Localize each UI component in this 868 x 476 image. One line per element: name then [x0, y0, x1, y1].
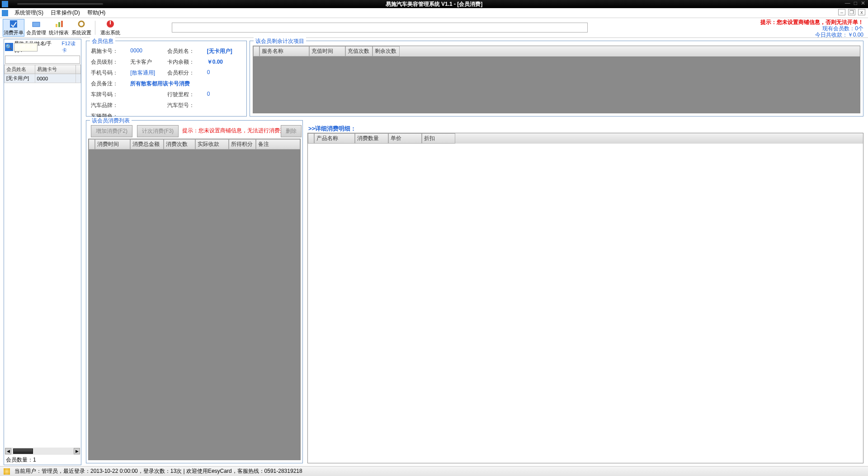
svg-point-5	[79, 21, 84, 27]
col-member-name[interactable]: 会员姓名	[5, 65, 35, 74]
val-points: 0	[207, 69, 242, 77]
val-mileage: 0	[207, 91, 242, 98]
tool-member-button[interactable]: 会员管理	[25, 19, 47, 37]
remain-table[interactable]: 服务名称 充值时间 充值次数 剩余次数	[253, 46, 860, 113]
detail-area: >>详细消费明细： 产品名称 消费数量 单价 折扣	[307, 120, 863, 463]
mdi-minimize-icon[interactable]: –	[838, 9, 845, 15]
col-actual[interactable]: 实际收款	[195, 139, 229, 149]
lab-phone: 手机号码：	[91, 69, 127, 77]
val-color	[130, 112, 165, 120]
remain-title: 该会员剩余计次项目	[254, 37, 306, 45]
table-row[interactable]: [无卡用户] 0000	[5, 74, 81, 83]
toolbar: 消费开单 会员管理 统计报表 系统设置 退出系统 提示：您未设置商铺信息，否则无…	[0, 18, 868, 38]
lab-remark: 会员备注：	[91, 80, 127, 88]
val-balance: ￥0.00	[207, 58, 242, 66]
svg-rect-2	[56, 24, 57, 27]
tool-report-label: 统计报表	[49, 29, 69, 36]
readcard-link[interactable]: F12读卡	[62, 40, 80, 54]
val-cardno: 0000	[130, 47, 165, 55]
val-name: [无卡用户]	[207, 47, 242, 55]
delete-button[interactable]: 删除	[281, 125, 302, 137]
tool-member-label: 会员管理	[26, 29, 46, 36]
val-model	[207, 102, 242, 109]
cell-card-no: 0000	[35, 74, 75, 83]
statusbar: 当前用户：管理员，最近登录：2013-10-22 0:00:00，登录次数：13…	[0, 466, 868, 476]
minimize-icon[interactable]: —	[845, 0, 850, 6]
col-recharge-count[interactable]: 充值次数	[345, 46, 373, 56]
titlebar: 易施汽车美容管理系统 V1.1 - [会员消费] — □ ✕	[0, 0, 868, 8]
col-card-no[interactable]: 易施卡号	[35, 65, 75, 74]
consume-list-title: 该会员消费列表	[90, 117, 132, 125]
detail-table[interactable]: 产品名称 消费数量 单价 折扣	[307, 133, 863, 463]
scroll-thumb[interactable]	[13, 448, 33, 454]
left-panel: 🔍 消费开单 易施卡号/姓名/手机： F12读卡 会员姓名 易施卡号 [无卡用户…	[4, 39, 81, 465]
menu-system[interactable]: 系统管理(S)	[11, 8, 47, 18]
col-discount[interactable]: 折扣	[422, 133, 455, 144]
val-brand	[130, 102, 165, 109]
tool-exit-button[interactable]: 退出系统	[99, 19, 121, 37]
menu-daily[interactable]: 日常操作(D)	[47, 8, 84, 18]
add-consume-button[interactable]: 增加消费(F2)	[91, 125, 132, 137]
tool-settings-button[interactable]: 系统设置	[71, 19, 92, 37]
toolbar-member-count: 现有会员数：0个	[760, 25, 863, 32]
member-info-group: 会员信息 易施卡号：0000 会员姓名：[无卡用户] 会员级别：无卡客户 卡内余…	[86, 41, 247, 117]
tool-exit-label: 退出系统	[100, 29, 120, 36]
col-extra[interactable]	[75, 65, 80, 74]
toolbar-separator	[95, 21, 98, 35]
lab-points: 会员积分：	[167, 69, 204, 77]
consume-list-group: 该会员消费列表 增加消费(F2) 计次消费(F3) 提示：您未设置商铺信息，无法…	[86, 120, 303, 463]
scroll-right-icon[interactable]: ▶	[74, 448, 80, 454]
exit-icon	[106, 19, 115, 28]
col-points[interactable]: 所得积分	[229, 139, 256, 149]
settings-icon	[77, 19, 86, 28]
mdi-close-icon[interactable]: x	[858, 9, 865, 15]
user-icon	[4, 468, 10, 475]
val-plate	[130, 91, 165, 98]
menu-help[interactable]: 帮助(H)	[84, 8, 109, 18]
menubar: 系统管理(S) 日常操作(D) 帮助(H) – ❐ x	[0, 8, 868, 18]
app-icon	[2, 1, 8, 7]
col-total[interactable]: 消费总金额	[130, 139, 164, 149]
mdi-icon	[2, 10, 8, 16]
hscrollbar[interactable]: ◀ ▶	[5, 448, 80, 455]
col-service[interactable]: 服务名称	[259, 46, 309, 56]
toolbar-search-input[interactable]	[172, 23, 588, 33]
close-icon[interactable]: ✕	[861, 0, 865, 6]
consume-table[interactable]: 消费时间 消费总金额 消费次数 实际收款 所得积分 备注	[88, 139, 301, 460]
lab-balance: 卡内余额：	[167, 58, 204, 66]
lab-brand: 汽车品牌：	[91, 102, 127, 109]
toolbar-today-total: 今日共收款：￥0.00	[760, 32, 863, 38]
col-recharge-time[interactable]: 充值时间	[309, 46, 345, 56]
tool-report-button[interactable]: 统计报表	[48, 19, 70, 37]
report-icon	[54, 19, 63, 28]
val-remark: 所有散客都用该卡号消费	[130, 80, 242, 88]
lab-mileage: 行驶里程：	[167, 91, 204, 98]
remain-group: 该会员剩余计次项目 服务名称 充值时间 充值次数 剩余次数	[250, 41, 863, 117]
tool-order-button[interactable]: 消费开单	[3, 19, 24, 37]
col-qty[interactable]: 消费数量	[355, 133, 388, 144]
col-price[interactable]: 单价	[388, 133, 422, 144]
count-consume-button[interactable]: 计次消费(F3)	[137, 125, 179, 137]
order-icon	[9, 19, 18, 28]
search-icon[interactable]: 🔍 消费开单	[5, 43, 13, 51]
col-product[interactable]: 产品名称	[314, 133, 355, 144]
svg-rect-4	[61, 21, 63, 27]
mdi-restore-icon[interactable]: ❐	[848, 9, 855, 15]
val-phone: [散客通用]	[130, 69, 165, 77]
svg-rect-7	[110, 21, 111, 24]
col-remain-count[interactable]: 剩余次数	[373, 46, 400, 56]
col-count[interactable]: 消费次数	[164, 139, 195, 149]
col-remark[interactable]: 备注	[256, 139, 300, 149]
val-level: 无卡客户	[130, 58, 165, 66]
status-text: 当前用户：管理员，最近登录：2013-10-22 0:00:00，登录次数：13…	[14, 467, 302, 475]
member-info-title: 会员信息	[90, 37, 115, 45]
col-time[interactable]: 消费时间	[95, 139, 130, 149]
scroll-left-icon[interactable]: ◀	[5, 448, 11, 454]
member-grid[interactable]: 会员姓名 易施卡号 [无卡用户] 0000	[4, 65, 81, 83]
cell-member-name: [无卡用户]	[5, 74, 35, 83]
tool-settings-label: 系统设置	[71, 29, 91, 36]
search-input[interactable]	[5, 56, 80, 64]
lab-cardno: 易施卡号：	[91, 47, 127, 55]
consume-warn: 提示：您未设置商铺信息，无法进行消费开单！	[182, 127, 296, 135]
maximize-icon[interactable]: □	[854, 0, 857, 6]
